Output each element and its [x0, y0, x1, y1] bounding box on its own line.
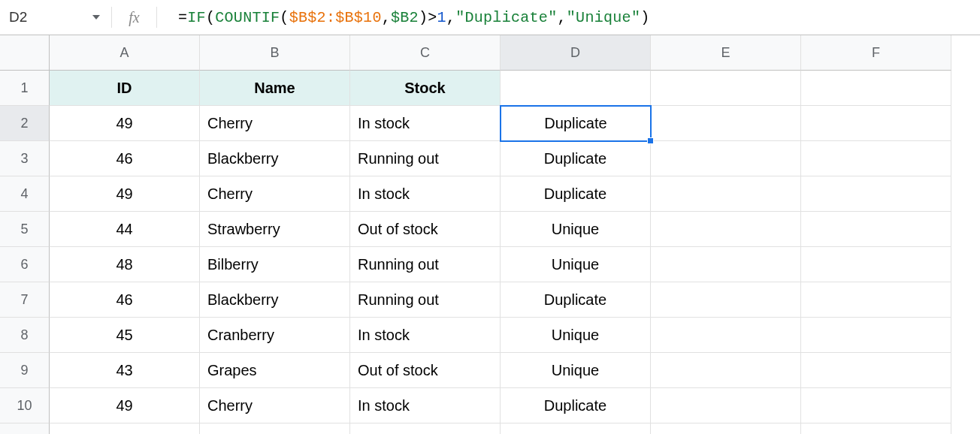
row-header-10[interactable]: 10 — [0, 388, 50, 423]
cell-D2[interactable]: Duplicate — [500, 105, 652, 142]
cell-C5[interactable]: Out of stock — [350, 212, 501, 247]
cell-F1[interactable] — [801, 71, 951, 106]
cell-E9[interactable] — [651, 353, 801, 388]
cell-A8[interactable]: 45 — [50, 318, 200, 353]
row-header-8[interactable]: 8 — [0, 318, 50, 353]
cell-E11[interactable] — [651, 423, 801, 434]
cell-E4[interactable] — [651, 176, 801, 212]
row-header-4[interactable]: 4 — [0, 176, 50, 212]
fill-handle[interactable] — [647, 137, 654, 144]
cell-B3[interactable]: Blackberry — [200, 141, 350, 176]
cell-D1[interactable] — [501, 71, 651, 106]
cell-B9[interactable]: Grapes — [200, 353, 350, 388]
row-header-5[interactable]: 5 — [0, 212, 50, 247]
cell-D5[interactable]: Unique — [501, 212, 651, 247]
cell-C11[interactable] — [350, 423, 501, 434]
fx-icon: fx — [111, 7, 156, 28]
cell-D7[interactable]: Duplicate — [501, 282, 651, 318]
formula-fn-countif: COUNTIF — [215, 9, 280, 26]
formula-string: "Unique" — [567, 9, 640, 26]
formula-prefix: = — [178, 9, 187, 26]
row-header-9[interactable]: 9 — [0, 353, 50, 388]
row-header-1[interactable]: 1 — [0, 71, 50, 106]
cell-B1[interactable]: Name — [200, 71, 350, 106]
formula-comma: , — [446, 9, 455, 26]
column-header-c[interactable]: C — [350, 35, 501, 71]
cell-D10[interactable]: Duplicate — [501, 388, 651, 423]
row-header-11[interactable] — [0, 423, 50, 434]
cell-B4[interactable]: Cherry — [200, 176, 350, 212]
cell-F7[interactable] — [801, 282, 951, 318]
cell-C1[interactable]: Stock — [350, 71, 501, 106]
cell-E5[interactable] — [651, 212, 801, 247]
cell-B6[interactable]: Bilberry — [200, 247, 350, 282]
cell-C2[interactable]: In stock — [350, 106, 501, 141]
cell-F6[interactable] — [801, 247, 951, 282]
cell-C8[interactable]: In stock — [350, 318, 501, 353]
cell-B10[interactable]: Cherry — [200, 388, 350, 423]
column-header-a[interactable]: A — [50, 35, 200, 71]
cell-A2[interactable]: 49 — [50, 106, 200, 141]
cell-D11[interactable] — [501, 423, 651, 434]
cell-E6[interactable] — [651, 247, 801, 282]
row-header-3[interactable]: 3 — [0, 141, 50, 176]
row-header-2[interactable]: 2 — [0, 106, 50, 141]
name-box[interactable]: D2 — [0, 0, 81, 35]
cell-C3[interactable]: Running out — [350, 141, 501, 176]
cell-C4[interactable]: In stock — [350, 176, 501, 212]
cell-B8[interactable]: Cranberry — [200, 318, 350, 353]
formula-paren: ( — [280, 9, 289, 26]
cell-B2[interactable]: Cherry — [200, 106, 350, 141]
cell-C9[interactable]: Out of stock — [350, 353, 501, 388]
cell-B5[interactable]: Strawberry — [200, 212, 350, 247]
cell-F4[interactable] — [801, 176, 951, 212]
cell-E10[interactable] — [651, 388, 801, 423]
row-header-7[interactable]: 7 — [0, 282, 50, 318]
cell-E8[interactable] — [651, 318, 801, 353]
cell-A1[interactable]: ID — [50, 71, 200, 106]
cell-E7[interactable] — [651, 282, 801, 318]
cell-D4[interactable]: Duplicate — [501, 176, 651, 212]
name-box-dropdown-icon[interactable] — [81, 0, 111, 35]
formula-paren: ( — [206, 9, 215, 26]
row-header-6[interactable]: 6 — [0, 247, 50, 282]
spreadsheet-grid[interactable]: ABCDEF1IDNameStock249CherryIn stockDupli… — [0, 35, 980, 434]
formula-range: $B$2:$B$10 — [289, 9, 382, 26]
cell-D3[interactable]: Duplicate — [501, 141, 651, 176]
column-header-f[interactable]: F — [801, 35, 951, 71]
formula-bar: D2 fx =IF(COUNTIF($B$2:$B$10,$B2)>1,"Dup… — [0, 0, 980, 35]
cell-A4[interactable]: 49 — [50, 176, 200, 212]
cell-A3[interactable]: 46 — [50, 141, 200, 176]
cell-A9[interactable]: 43 — [50, 353, 200, 388]
formula-fn-if: IF — [187, 9, 206, 26]
cell-F8[interactable] — [801, 318, 951, 353]
cell-F9[interactable] — [801, 353, 951, 388]
cell-F11[interactable] — [801, 423, 951, 434]
formula-input[interactable]: =IF(COUNTIF($B$2:$B$10,$B2)>1,"Duplicate… — [178, 0, 980, 35]
cell-F2[interactable] — [801, 106, 951, 141]
cell-B7[interactable]: Blackberry — [200, 282, 350, 318]
cell-E2[interactable] — [651, 106, 801, 141]
cell-F10[interactable] — [801, 388, 951, 423]
cell-A11[interactable] — [50, 423, 200, 434]
cell-C6[interactable]: Running out — [350, 247, 501, 282]
cell-D9[interactable]: Unique — [501, 353, 651, 388]
cell-A7[interactable]: 46 — [50, 282, 200, 318]
column-header-b[interactable]: B — [200, 35, 350, 71]
cell-D6[interactable]: Unique — [501, 247, 651, 282]
cell-B11[interactable] — [200, 423, 350, 434]
column-header-d[interactable]: D — [501, 35, 651, 71]
cell-F5[interactable] — [801, 212, 951, 247]
cell-C7[interactable]: Running out — [350, 282, 501, 318]
select-all-corner[interactable] — [0, 35, 50, 71]
cell-C10[interactable]: In stock — [350, 388, 501, 423]
column-header-e[interactable]: E — [651, 35, 801, 71]
cell-F3[interactable] — [801, 141, 951, 176]
formula-number: 1 — [437, 9, 446, 26]
cell-A6[interactable]: 48 — [50, 247, 200, 282]
cell-A5[interactable]: 44 — [50, 212, 200, 247]
cell-E1[interactable] — [651, 71, 801, 106]
cell-A10[interactable]: 49 — [50, 388, 200, 423]
cell-D8[interactable]: Unique — [501, 318, 651, 353]
cell-E3[interactable] — [651, 141, 801, 176]
